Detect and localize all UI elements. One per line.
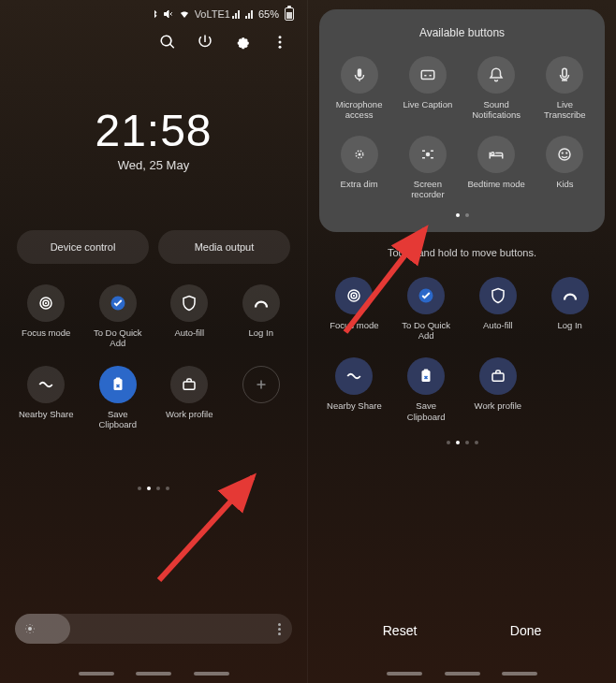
dim-icon: [341, 136, 378, 173]
nav-home[interactable]: [136, 672, 171, 676]
nav-home[interactable]: [445, 672, 480, 676]
toggle-briefcase[interactable]: Work profile: [156, 366, 223, 430]
clock-area: 21:58 Wed, 25 May: [0, 105, 307, 172]
toggle-label: Auto-fill: [174, 327, 204, 338]
available-label: Live Caption: [403, 99, 452, 109]
toggle-label: Nearby Share: [327, 400, 382, 411]
quick-settings-screen: VoLTE1 65% 21:58 Wed, 25 May Device cont…: [0, 0, 308, 683]
toggle-arc[interactable]: Log In: [536, 277, 603, 342]
toggle-shield[interactable]: Auto-fill: [465, 277, 532, 342]
available-caption[interactable]: Live Caption: [395, 56, 460, 121]
svg-point-23: [353, 294, 355, 296]
quick-toggle-grid: Focus modeTo Do Quick AddAuto-fillLog In…: [0, 264, 307, 440]
toggle-clipboard[interactable]: Save Clipboard: [85, 366, 152, 430]
panel-dots: [327, 213, 597, 217]
shield-icon: [479, 277, 517, 314]
svg-point-5: [45, 302, 47, 304]
toggle-check[interactable]: To Do Quick Add: [85, 284, 152, 349]
battery-icon: [285, 7, 294, 21]
available-recorder[interactable]: Screen recorder: [395, 136, 460, 200]
brightness-more-icon[interactable]: [278, 623, 281, 635]
nav-back[interactable]: [502, 672, 537, 676]
reset-button[interactable]: Reset: [364, 616, 436, 646]
device-control-button[interactable]: Device control: [17, 230, 149, 264]
check-icon: [407, 277, 445, 314]
svg-rect-27: [492, 373, 504, 381]
toggle-plus[interactable]: [228, 366, 295, 430]
toggle-label: Work profile: [475, 400, 522, 411]
toggle-nearby[interactable]: Nearby Share: [321, 357, 388, 422]
svg-point-2: [279, 46, 282, 49]
nav-back[interactable]: [194, 672, 229, 676]
available-grid: Microphone accessLive CaptionSound Notif…: [327, 56, 597, 200]
toggle-label: Save Clipboard: [90, 409, 146, 430]
mic-icon: [341, 56, 378, 94]
available-transcribe[interactable]: Live Transcribe: [533, 56, 597, 121]
svg-point-0: [279, 36, 282, 38]
toggle-briefcase[interactable]: Work profile: [465, 357, 532, 422]
target-icon: [27, 284, 65, 322]
svg-point-16: [358, 153, 360, 155]
done-button[interactable]: Done: [491, 616, 560, 646]
signal-1: VoLTE1: [195, 9, 242, 19]
available-mic[interactable]: Microphone access: [327, 56, 391, 121]
clipboard-icon: [99, 366, 137, 403]
svg-line-11: [159, 477, 253, 580]
available-label: Sound Notifications: [467, 99, 525, 121]
page-dots: [0, 487, 307, 490]
available-label: Kids: [556, 179, 573, 189]
settings-icon[interactable]: [234, 34, 251, 51]
toggle-nearby[interactable]: Nearby Share: [13, 366, 80, 430]
available-dim[interactable]: Extra dim: [327, 136, 391, 200]
bell-icon: [477, 56, 515, 94]
toggle-label: Save Clipboard: [398, 400, 454, 422]
svg-rect-26: [424, 370, 429, 372]
available-title: Available buttons: [327, 26, 597, 39]
navbar: [308, 672, 616, 676]
svg-rect-8: [116, 377, 121, 380]
available-kids[interactable]: Kids: [533, 136, 597, 200]
arc-icon: [242, 284, 280, 322]
toggle-target[interactable]: Focus mode: [321, 277, 388, 342]
available-bed[interactable]: Bedtime mode: [464, 136, 529, 200]
toggle-label: Log In: [249, 327, 273, 338]
toggle-label: Auto-fill: [483, 320, 513, 330]
more-icon[interactable]: [271, 34, 288, 51]
svg-rect-13: [421, 71, 434, 80]
search-icon[interactable]: [159, 34, 176, 51]
bottom-actions: Reset Done: [308, 616, 616, 646]
svg-rect-12: [357, 68, 361, 77]
shield-icon: [170, 284, 208, 322]
toggle-clipboard[interactable]: Save Clipboard: [393, 357, 460, 422]
media-output-button[interactable]: Media output: [158, 230, 290, 264]
transcribe-icon: [546, 56, 583, 94]
status-bar: VoLTE1 65%: [0, 0, 307, 24]
available-label: Extra dim: [341, 179, 378, 189]
toggle-label: To Do Quick Add: [398, 320, 454, 342]
nav-recents[interactable]: [387, 672, 422, 676]
toggle-arc[interactable]: Log In: [228, 284, 295, 349]
svg-point-19: [562, 152, 564, 153]
svg-rect-7: [113, 379, 122, 390]
battery-pct: 65%: [258, 8, 279, 20]
clock-date: Wed, 25 May: [0, 158, 307, 172]
nav-recents[interactable]: [79, 672, 114, 676]
wifi-icon: [178, 8, 191, 20]
svg-point-10: [28, 627, 32, 631]
power-icon[interactable]: [197, 34, 213, 51]
available-label: Microphone access: [330, 99, 389, 121]
edit-buttons-screen: Available buttons Microphone accessLive …: [308, 0, 616, 683]
pill-row: Device control Media output: [0, 230, 307, 264]
brightness-slider[interactable]: [15, 614, 292, 644]
check-icon: [99, 284, 137, 322]
toggle-check[interactable]: To Do Quick Add: [393, 277, 460, 342]
available-bell[interactable]: Sound Notifications: [464, 56, 529, 121]
bluetooth-icon: [150, 8, 159, 20]
toggle-target[interactable]: Focus mode: [13, 284, 80, 349]
svg-rect-25: [422, 371, 431, 382]
available-label: Bedtime mode: [467, 179, 524, 189]
toggle-shield[interactable]: Auto-fill: [156, 284, 223, 349]
toggle-label: Focus mode: [22, 327, 70, 338]
navbar: [0, 672, 307, 676]
bed-icon: [477, 136, 515, 173]
